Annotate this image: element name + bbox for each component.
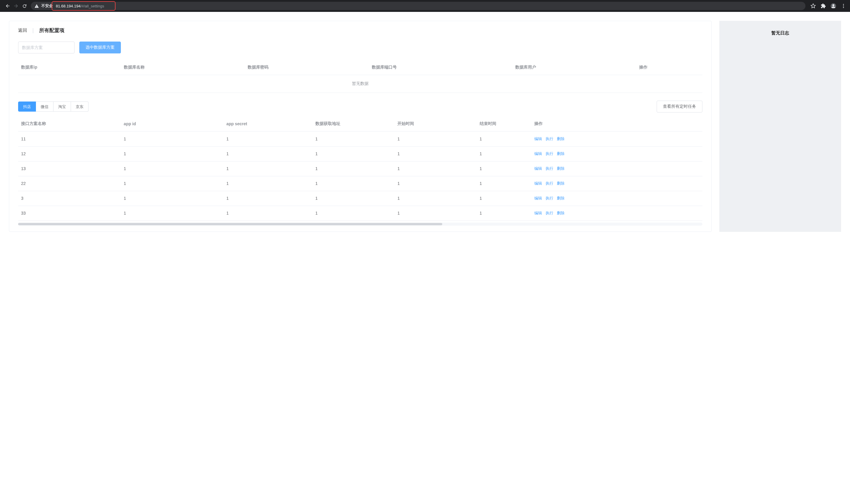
cell-end: 1: [477, 176, 531, 191]
tab-taobao[interactable]: 淘宝: [53, 102, 71, 112]
cell-name: 33: [18, 206, 121, 220]
cell-ops: 编辑执行删除: [531, 206, 703, 220]
extensions-puzzle-icon[interactable]: [820, 3, 826, 9]
cell-name: 12: [18, 146, 121, 161]
th-fetch-url: 数据获取地址: [313, 116, 394, 131]
cell-secret: 1: [223, 131, 313, 146]
th-db-name: 数据库名称: [121, 60, 245, 75]
table-row: 1311111编辑执行删除: [18, 161, 703, 176]
svg-point-2: [843, 4, 844, 5]
cell-end: 1: [477, 206, 531, 220]
cell-end: 1: [477, 146, 531, 161]
view-all-jobs-button[interactable]: 查看所有定时任务: [657, 101, 703, 112]
edit-button[interactable]: 编辑: [534, 151, 542, 157]
cell-appid: 1: [121, 206, 224, 220]
cell-start: 1: [394, 206, 476, 220]
cell-appid: 1: [121, 131, 224, 146]
api-table: 接口方案名称 app id app secret 数据获取地址 开始时间 结束时…: [18, 116, 703, 226]
table-row: 1211111编辑执行删除: [18, 146, 703, 161]
cell-url: 1: [313, 131, 394, 146]
profile-avatar-icon[interactable]: [830, 3, 836, 9]
cell-name: 3: [18, 191, 121, 206]
svg-point-1: [832, 4, 835, 6]
delete-button[interactable]: 删除: [557, 166, 565, 171]
th-db-pwd: 数据库密码: [245, 60, 369, 75]
cell-secret: 1: [223, 161, 313, 176]
th-ops: 操作: [531, 116, 703, 131]
cell-start: 1: [394, 146, 476, 161]
cell-start: 1: [394, 191, 476, 206]
cell-end: 1: [477, 191, 531, 206]
url-host: 81.68.194.194: [56, 4, 81, 8]
cell-end: 1: [477, 161, 531, 176]
cell-start: 1: [394, 161, 476, 176]
run-button[interactable]: 执行: [546, 166, 553, 171]
cell-secret: 1: [223, 146, 313, 161]
run-button[interactable]: 执行: [546, 211, 553, 216]
edit-button[interactable]: 编辑: [534, 181, 542, 186]
table-row: 3311111编辑执行删除: [18, 206, 703, 220]
run-button[interactable]: 执行: [546, 181, 553, 186]
h-scrollbar-thumb[interactable]: [18, 223, 442, 225]
cell-ops: 编辑执行删除: [531, 176, 703, 191]
cell-name: 11: [18, 131, 121, 146]
cell-name: 22: [18, 176, 121, 191]
back-nav-icon[interactable]: [3, 2, 12, 10]
cell-end: 1: [477, 131, 531, 146]
delete-button[interactable]: 删除: [557, 136, 565, 142]
cell-secret: 1: [223, 206, 313, 220]
delete-button[interactable]: 删除: [557, 196, 565, 201]
tab-wechat[interactable]: 微信: [36, 102, 53, 112]
th-appid: app id: [121, 116, 224, 131]
cell-appid: 1: [121, 176, 224, 191]
delete-button[interactable]: 删除: [557, 181, 565, 186]
page-title: 所有配置项: [39, 27, 65, 34]
address-bar[interactable]: 不安全 81.68.194.194/#/all_settings: [31, 2, 805, 10]
db-scheme-input[interactable]: [18, 41, 74, 53]
kebab-menu-icon[interactable]: [840, 3, 847, 9]
run-button[interactable]: 执行: [546, 136, 553, 142]
cell-ops: 编辑执行删除: [531, 191, 703, 206]
bookmark-star-icon[interactable]: [810, 3, 816, 9]
forward-nav-icon[interactable]: [12, 2, 20, 10]
select-db-scheme-button[interactable]: 选中数据库方案: [79, 41, 121, 53]
h-scrollbar[interactable]: [18, 222, 703, 226]
tab-jd[interactable]: 京东: [71, 102, 89, 112]
edit-button[interactable]: 编辑: [534, 196, 542, 201]
table-row: 2211111编辑执行删除: [18, 176, 703, 191]
cell-url: 1: [313, 146, 394, 161]
table-row: 311111编辑执行删除: [18, 191, 703, 206]
run-button[interactable]: 执行: [546, 196, 553, 201]
th-end-time: 结束时间: [477, 116, 531, 131]
th-api-name: 接口方案名称: [18, 116, 121, 131]
svg-point-4: [843, 7, 844, 8]
edit-button[interactable]: 编辑: [534, 166, 542, 171]
back-link[interactable]: 返回: [18, 28, 27, 33]
not-secure-label: 不安全: [41, 3, 53, 8]
th-db-ip: 数据库ip: [18, 60, 121, 75]
svg-point-3: [843, 6, 844, 6]
th-start-time: 开始时间: [394, 116, 476, 131]
db-table: 数据库ip 数据库名称 数据库密码 数据库端口号 数据库用户 操作 暂无数据: [18, 60, 703, 93]
th-secret: app secret: [223, 116, 313, 131]
cell-name: 13: [18, 161, 121, 176]
edit-button[interactable]: 编辑: [534, 211, 542, 216]
platform-tabs: 抖店 微信 淘宝 京东: [18, 102, 89, 112]
divider: |: [32, 27, 34, 34]
delete-button[interactable]: 删除: [557, 211, 565, 216]
cell-url: 1: [313, 176, 394, 191]
cell-secret: 1: [223, 176, 313, 191]
reload-icon[interactable]: [20, 2, 29, 10]
cell-url: 1: [313, 161, 394, 176]
table-row: 1111111编辑执行删除: [18, 131, 703, 146]
cell-start: 1: [394, 131, 476, 146]
cell-ops: 编辑执行删除: [531, 161, 703, 176]
cell-appid: 1: [121, 161, 224, 176]
tab-douyin[interactable]: 抖店: [18, 102, 36, 112]
run-button[interactable]: 执行: [546, 151, 553, 157]
cell-url: 1: [313, 206, 394, 220]
log-empty-text: 暂无日志: [719, 30, 841, 36]
edit-button[interactable]: 编辑: [534, 136, 542, 142]
cell-ops: 编辑执行删除: [531, 146, 703, 161]
delete-button[interactable]: 删除: [557, 151, 565, 157]
